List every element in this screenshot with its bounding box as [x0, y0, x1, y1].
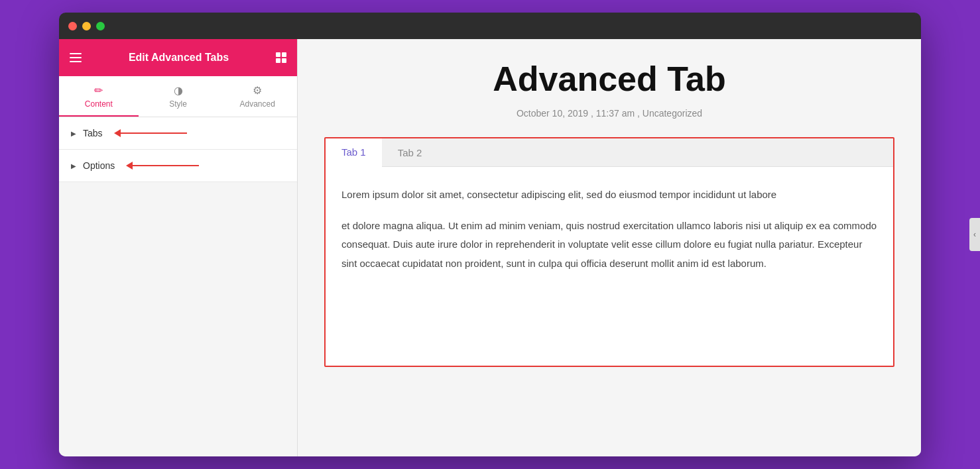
section-tabs-label: Tabs — [83, 128, 103, 138]
browser-content: Edit Advanced Tabs ✏ Content ◑ Style ⚙ A… — [59, 39, 921, 456]
tab-style-label: Style — [169, 99, 187, 109]
main-content: Advanced Tab October 10, 2019 , 11:37 am… — [298, 39, 921, 456]
tab-content-area: Lorem ipsum dolor sit amet, consectetur … — [326, 167, 893, 366]
section-options-header[interactable]: ▶ Options — [59, 150, 297, 182]
sidebar: Edit Advanced Tabs ✏ Content ◑ Style ⚙ A… — [59, 39, 298, 456]
dot-yellow[interactable] — [82, 22, 91, 30]
sidebar-tabs: ✏ Content ◑ Style ⚙ Advanced — [59, 76, 297, 117]
tab-content-label: Content — [85, 99, 113, 109]
dot-red[interactable] — [68, 22, 77, 30]
page-title: Advanced Tab — [324, 59, 894, 99]
chevron-icon-2: ▶ — [71, 162, 76, 170]
tabs-nav: Tab 1 Tab 2 — [326, 138, 893, 167]
page-meta: October 10, 2019 , 11:37 am , Uncategori… — [324, 108, 894, 119]
sidebar-title: Edit Advanced Tabs — [129, 52, 229, 64]
tab-advanced[interactable]: ⚙ Advanced — [217, 76, 297, 117]
tab-btn-2[interactable]: Tab 2 — [382, 138, 438, 166]
section-tabs: ▶ Tabs — [59, 117, 297, 150]
section-options-label: Options — [83, 160, 115, 171]
section-tabs-header[interactable]: ▶ Tabs — [59, 117, 297, 149]
tab-style[interactable]: ◑ Style — [139, 76, 218, 117]
content-icon: ✏ — [94, 84, 103, 97]
options-arrow-indicator — [127, 162, 199, 170]
arrow-head — [114, 129, 121, 137]
hamburger-icon[interactable] — [70, 53, 82, 62]
advanced-icon: ⚙ — [253, 84, 262, 97]
chevron-icon: ▶ — [71, 130, 76, 137]
dot-green[interactable] — [96, 22, 105, 30]
section-options: ▶ Options — [59, 150, 297, 182]
sidebar-header: Edit Advanced Tabs — [59, 39, 297, 76]
arrow-line-2 — [133, 165, 199, 166]
tab-content-text: Lorem ipsum dolor sit amet, consectetur … — [341, 185, 877, 205]
tab-content-text-2: et dolore magna aliqua. Ut enim ad minim… — [341, 217, 877, 274]
browser-window: Edit Advanced Tabs ✏ Content ◑ Style ⚙ A… — [59, 13, 921, 456]
grid-icon[interactable] — [276, 52, 286, 63]
tab-btn-1[interactable]: Tab 1 — [326, 138, 382, 167]
tab-content[interactable]: ✏ Content — [59, 76, 139, 117]
style-icon: ◑ — [174, 84, 183, 97]
tabs-arrow-indicator — [115, 129, 187, 137]
arrow-line — [121, 132, 187, 134]
tabs-widget: Tab 1 Tab 2 Lorem ipsum dolor sit amet, … — [324, 137, 894, 367]
arrow-head-2 — [126, 162, 133, 170]
tab-advanced-label: Advanced — [239, 99, 275, 109]
browser-titlebar — [59, 13, 921, 39]
